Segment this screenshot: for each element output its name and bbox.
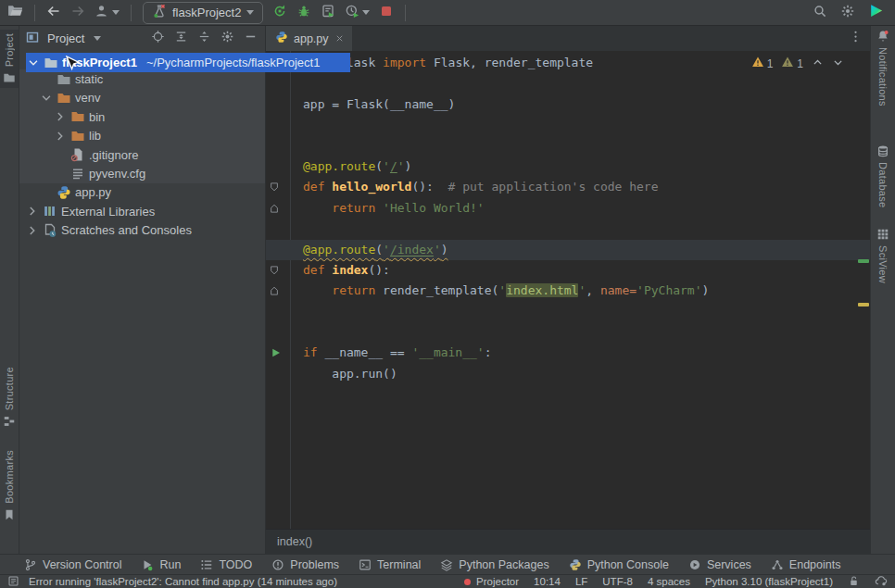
vcs-user-button[interactable] <box>95 4 120 22</box>
project-panel-title[interactable]: Project <box>47 31 84 45</box>
code-line[interactable] <box>266 136 870 156</box>
toolwindow-button-terminal[interactable]: Terminal <box>359 558 421 571</box>
breadcrumb[interactable]: index() <box>277 535 312 548</box>
fold-bottom-icon <box>269 203 280 214</box>
status-item-python-3-10-flaskproject1[interactable]: Python 3.10 (flaskProject1) <box>705 576 833 587</box>
code-line[interactable]: @app.route('/') <box>266 156 870 177</box>
tree-item-external-libraries[interactable]: External Libraries <box>19 202 265 220</box>
tree-item-static[interactable]: static <box>19 69 265 88</box>
code-line[interactable] <box>266 219 870 239</box>
weak-warnings-indicator[interactable]: 1 <box>781 56 803 71</box>
toolwindow-button-todo[interactable]: TODO <box>200 558 252 571</box>
inspections-widget[interactable]: 1 1 <box>751 56 844 71</box>
code-line[interactable]: return render_template('index.html', nam… <box>266 281 870 301</box>
expand-all-button[interactable] <box>174 30 188 47</box>
code-line[interactable] <box>266 73 870 94</box>
toolwindow-stripe-bookmarks[interactable]: Bookmarks <box>0 450 19 521</box>
ide-logo-icon[interactable] <box>868 3 884 22</box>
debug-button[interactable] <box>296 4 311 22</box>
lock-button[interactable] <box>848 575 860 588</box>
back-arrow-icon[interactable] <box>46 4 61 22</box>
project-tree: staticvenvbinlib.gitignorepyvenv.cfgapp.… <box>19 51 265 554</box>
reader-mode-icon[interactable] <box>7 575 19 588</box>
pycharm-window: flaskProject2 ProjectStructureBookmarks … <box>0 0 895 588</box>
toolwindow-button-version-control[interactable]: Version Control <box>24 558 121 571</box>
scrollbar-mark-green[interactable] <box>858 259 869 263</box>
todo-icon <box>200 558 213 571</box>
chevron-down-icon[interactable] <box>94 36 101 41</box>
run-with-coverage-button[interactable] <box>321 4 335 22</box>
toolwindow-button-label: Terminal <box>377 558 421 571</box>
collapse-all-button[interactable] <box>197 30 211 47</box>
toolwindow-button-endpoints[interactable]: Endpoints <box>771 558 841 571</box>
code-line[interactable] <box>266 322 870 343</box>
code-editor[interactable]: from flask import Flask, render_template… <box>266 51 870 529</box>
status-message[interactable]: Error running 'flaskProject2': Cannot fi… <box>29 576 337 587</box>
stripe-label: Notifications <box>877 47 889 106</box>
tree-item-scratches-and-consoles[interactable]: Scratches and Consoles <box>19 221 265 240</box>
scrollbar-mark-yellow[interactable] <box>858 303 869 307</box>
toolwindow-button-services[interactable]: Services <box>688 558 751 571</box>
close-tab-icon[interactable] <box>334 33 345 44</box>
project-view-icon[interactable] <box>25 30 40 48</box>
tree-item-label: lib <box>89 129 101 143</box>
forward-arrow-icon[interactable] <box>70 4 85 22</box>
run-configuration-selector[interactable]: flaskProject2 <box>143 2 263 24</box>
editor-options-kebab-icon[interactable] <box>849 30 863 47</box>
profiler-button[interactable] <box>345 4 370 22</box>
code-line[interactable]: if __name__ == '__main__': <box>266 343 870 363</box>
warning-count: 1 <box>767 57 774 70</box>
stripe-label: SciView <box>877 245 889 283</box>
database-icon <box>876 144 889 157</box>
search-everywhere-button[interactable] <box>813 4 827 22</box>
toolwindow-stripe-sciview[interactable]: SciView <box>871 228 895 283</box>
toolwindow-stripe-database[interactable]: Database <box>871 144 895 208</box>
tree-item-app-py[interactable]: app.py <box>19 183 265 202</box>
toolwindow-stripe-structure[interactable]: Structure <box>0 367 19 428</box>
status-item-projector[interactable]: Projector <box>464 576 519 587</box>
panel-settings-button[interactable] <box>221 30 234 47</box>
tree-item-path: ~/PycharmProjects/flaskProject1 <box>146 56 320 69</box>
code-line[interactable] <box>266 115 870 135</box>
chevron-down-icon <box>246 10 254 15</box>
stop-button[interactable] <box>379 4 394 22</box>
user-icon <box>95 4 109 22</box>
status-item-lf[interactable]: LF <box>575 576 587 587</box>
warnings-indicator[interactable]: 1 <box>751 56 774 71</box>
run-button[interactable] <box>272 4 287 22</box>
branch-icon <box>24 558 37 571</box>
code-line[interactable]: app = Flask(__name__) <box>266 94 870 115</box>
tree-item-venv[interactable]: venv <box>19 89 265 107</box>
toolwindow-button-label: Python Console <box>587 558 669 571</box>
code-line[interactable]: def hello_world(): # put application's c… <box>266 177 870 197</box>
status-item-10-14[interactable]: 10:14 <box>534 576 561 587</box>
previous-problem-chevron-icon[interactable] <box>812 56 824 71</box>
toolwindow-button-python-packages[interactable]: Python Packages <box>440 558 548 571</box>
code-line[interactable]: return 'Hello World!' <box>266 198 870 219</box>
code-line[interactable]: def index(): <box>266 260 870 281</box>
code-line[interactable]: @app.route('/index') <box>266 240 870 260</box>
tree-item-lib[interactable]: lib <box>19 127 265 145</box>
status-item-utf-8[interactable]: UTF-8 <box>602 576 633 587</box>
toolwindow-button-python-console[interactable]: Python Console <box>569 558 669 571</box>
tree-item-gitignore[interactable]: .gitignore <box>19 145 265 164</box>
toolwindow-button-run[interactable]: Run <box>141 558 181 571</box>
settings-button[interactable] <box>840 4 855 22</box>
next-problem-chevron-icon[interactable] <box>832 56 844 71</box>
tree-item-pyvenv-cfg[interactable]: pyvenv.cfg <box>19 164 265 182</box>
open-folder-icon[interactable] <box>7 3 23 22</box>
python-file-icon <box>275 31 288 46</box>
toolwindow-button-problems[interactable]: Problems <box>271 558 339 571</box>
code-line[interactable]: app.run() <box>266 364 870 384</box>
toolwindow-stripe-project[interactable]: Project <box>0 30 19 88</box>
tree-item-bin[interactable]: bin <box>19 107 265 126</box>
run-config-flask-icon <box>152 4 167 22</box>
folder-grey-icon <box>57 72 71 87</box>
status-item-4-spaces[interactable]: 4 spaces <box>648 576 690 587</box>
editor-tab-app-py[interactable]: app.py <box>266 26 352 51</box>
toolwindow-stripe-notifications[interactable]: Notifications <box>871 30 895 106</box>
hide-panel-button[interactable] <box>244 30 258 47</box>
cloud-settings-button[interactable] <box>875 574 888 588</box>
locate-file-button[interactable] <box>151 30 165 47</box>
code-line[interactable] <box>266 302 870 322</box>
